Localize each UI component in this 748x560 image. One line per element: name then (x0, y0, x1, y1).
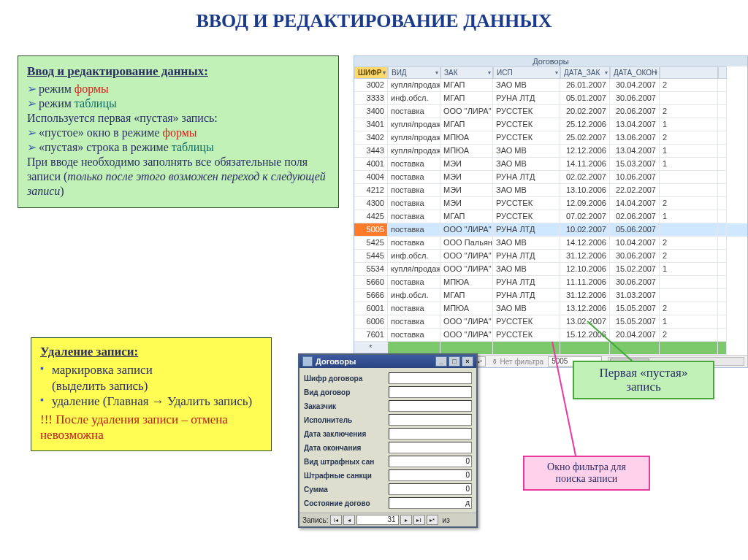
bullet-empty-window: «пустое» окно в режиме формы (27, 126, 329, 140)
field-label: Сумма (304, 486, 389, 494)
field-input[interactable] (389, 414, 472, 426)
form-field: Дата заключения (304, 428, 472, 440)
field-input[interactable] (389, 386, 472, 398)
form-nav-new[interactable]: ▸* (427, 515, 438, 525)
table-row[interactable]: 5666инф.обсл.МГАПРУНА ЛТД31.12.200631.03… (354, 289, 747, 302)
form-titlebar[interactable]: Договоры _ □ × (299, 355, 476, 368)
table-row[interactable]: 3002купля/продажМГАПЗАО МВ26.01.200730.0… (354, 79, 747, 92)
chevron-down-icon[interactable]: ▾ (654, 69, 657, 76)
form-field: Сумма0 (304, 483, 472, 495)
table-row[interactable]: 6006поставкаООО "ЛИРА"РУССТЕК13.02.20071… (354, 315, 747, 329)
field-input[interactable] (389, 442, 472, 453)
datasheet-header: ШИФР▾ ВИД▾ ЗАК▾ ИСП▾ ДАТА_ЗАК▾ ДАТА_ОКОН… (354, 66, 747, 79)
table-row[interactable]: 4004поставкаМЭИРУНА ЛТД02.02.200710.06.2… (354, 171, 747, 184)
funnel-icon: ⚱ (492, 358, 497, 366)
chevron-down-icon[interactable]: ▾ (605, 69, 608, 76)
field-label: Штрафные санкци (304, 472, 389, 480)
datasheet-caption: Договоры (354, 56, 747, 66)
table-row[interactable]: 5660поставкаМПЮАРУНА ЛТД11.11.200630.06.… (354, 276, 747, 289)
field-label: Вид штрафных сан (304, 458, 389, 466)
form-nav-prev[interactable]: ◂ (343, 515, 355, 525)
chevron-down-icon[interactable]: ▾ (435, 69, 438, 76)
close-button[interactable]: × (462, 356, 473, 367)
form-field: Вид штрафных сан0 (304, 456, 472, 467)
form-nav-trail: из (443, 516, 450, 524)
table-row[interactable]: 4425поставкаМГАПРУССТЕК07.02.200702.06.2… (354, 210, 747, 223)
table-row[interactable]: 3333инф.обсл.МГАПРУНА ЛТД05.01.200730.06… (354, 92, 747, 105)
callout-filter-window: Окно фильтра для поиска записи (523, 456, 650, 491)
table-row[interactable]: 4300поставкаМЭИРУССТЕК12.09.200614.04.20… (354, 197, 747, 210)
field-label: Дата заключения (304, 430, 389, 438)
chevron-down-icon[interactable]: ▾ (383, 69, 386, 76)
field-input[interactable] (389, 372, 472, 384)
form-nav-first[interactable]: І◂ (330, 515, 342, 525)
maximize-button[interactable]: □ (449, 356, 460, 367)
line-empty-record: Используется первая «пустая» запись: (27, 111, 329, 126)
col-isp[interactable]: ИСП▾ (493, 66, 560, 79)
form-nav: Запись: І◂ ◂ 31 ▸ ▸І ▸* из (299, 513, 476, 526)
bullet-delete-record: удаление (Главная → Удалить запись) (40, 394, 262, 409)
field-input[interactable] (389, 400, 472, 412)
field-input[interactable]: 0 (389, 456, 472, 467)
form-field: Дата окончания (304, 442, 472, 453)
bullet-mark-record: маркировка записи (выделить запись) (40, 362, 262, 394)
form-field: Штрафные санкци0 (304, 469, 472, 481)
table-row[interactable]: 3400поставкаООО "ЛИРА"РУССТЕК20.02.20072… (354, 105, 747, 118)
form-window: Договоры _ □ × Шифр договораВид договорЗ… (298, 353, 478, 528)
col-zak[interactable]: ЗАК▾ (440, 66, 493, 79)
edit-modes-box: Ввод и редактирование данных: режим форм… (18, 55, 339, 208)
field-input[interactable]: 0 (389, 469, 472, 481)
col-data-zak[interactable]: ДАТА_ЗАК▾ (560, 66, 610, 79)
bullet-mode-form: режим формы (27, 82, 329, 96)
col-shifr[interactable]: ШИФР▾ (354, 66, 388, 79)
delete-box: Удаление записи: маркировка записи (выде… (31, 337, 272, 451)
table-row[interactable]: 6001поставкаМПЮАЗАО МВ13.12.200615.05.20… (354, 302, 747, 315)
field-input[interactable]: 0 (389, 483, 472, 495)
bullet-mode-table: режим таблицы (27, 96, 329, 111)
datasheet-body: 3002купля/продажМГАПЗАО МВ26.01.200730.0… (354, 79, 747, 342)
table-row[interactable]: 5005поставкаООО "ЛИРА"РУНА ЛТД10.02.2007… (354, 223, 747, 237)
table-row[interactable]: 5534купля/продажООО "ЛИРА"ЗАО МВ12.10.20… (354, 263, 747, 276)
filter-label: Нет фильтра (500, 358, 544, 366)
table-row[interactable]: 4212поставкаМЭИЗАО МВ13.10.200622.02.200… (354, 184, 747, 197)
page-title: ВВОД И РЕДАКТИРОВАНИЕ ДАННЫХ (0, 0, 748, 37)
field-label: Дата окончания (304, 444, 389, 452)
callout-empty-record: Первая «пустая» запись (573, 361, 714, 399)
form-field: Шифр договора (304, 372, 472, 384)
form-nav-position[interactable]: 31 (356, 515, 399, 525)
field-label: Вид договор (304, 388, 389, 396)
form-field: Исполнитель (304, 414, 472, 426)
form-nav-label: Запись: (302, 516, 329, 524)
col-vid[interactable]: ВИД▾ (388, 66, 440, 79)
table-row[interactable]: 5445инф.обсл.ООО "ЛИРА"РУНА ЛТД31.12.200… (354, 250, 747, 263)
table-row[interactable]: 3401купля/продажМГАПРУССТЕК25.12.200613.… (354, 118, 747, 131)
form-body: Шифр договораВид договорЗаказчикИсполнит… (299, 368, 476, 513)
form-field: Вид договор (304, 386, 472, 398)
field-input[interactable]: д (389, 497, 472, 509)
form-title: Договоры (316, 357, 356, 366)
chevron-down-icon[interactable]: ▾ (555, 69, 558, 76)
form-nav-last[interactable]: ▸І (413, 515, 425, 525)
field-label: Шифр договора (304, 375, 389, 383)
table-row[interactable]: 7601поставкаООО "ЛИРА"РУССТЕК15.12.20062… (354, 329, 747, 342)
form-field: Заказчик (304, 400, 472, 412)
field-label: Состояние догово (304, 499, 389, 507)
form-field: Состояние договод (304, 497, 472, 509)
delete-warning: !!! После удаления записи – отмена невоз… (40, 412, 262, 443)
field-label: Исполнитель (304, 416, 389, 424)
chevron-down-icon[interactable]: ▾ (488, 69, 491, 76)
col-data-okon[interactable]: ДАТА_ОКОН▾ (610, 66, 660, 79)
field-input[interactable] (389, 428, 472, 440)
minimize-button[interactable]: _ (435, 356, 447, 367)
table-row[interactable]: 5425поставкаООО ПальяноваЗАО МВ14.12.200… (354, 237, 747, 250)
table-row[interactable]: 4001поставкаМЭИЗАО МВ14.11.200615.03.200… (354, 158, 747, 171)
form-icon (302, 356, 313, 367)
table-row[interactable]: 3402купля/продажМПЮАРУССТЕК25.02.200713.… (354, 131, 747, 145)
bullet-empty-row: «пустая» строка в режиме таблицы (27, 140, 329, 155)
field-label: Заказчик (304, 402, 389, 410)
delete-heading: Удаление записи: (40, 344, 262, 359)
table-row[interactable]: 3443купля/продажМПЮАЗАО МВ12.12.200613.0… (354, 145, 747, 158)
datasheet-window: Договоры ШИФР▾ ВИД▾ ЗАК▾ ИСП▾ ДАТА_ЗАК▾ … (354, 55, 748, 368)
col-extra (718, 66, 727, 79)
form-nav-next[interactable]: ▸ (400, 515, 412, 525)
